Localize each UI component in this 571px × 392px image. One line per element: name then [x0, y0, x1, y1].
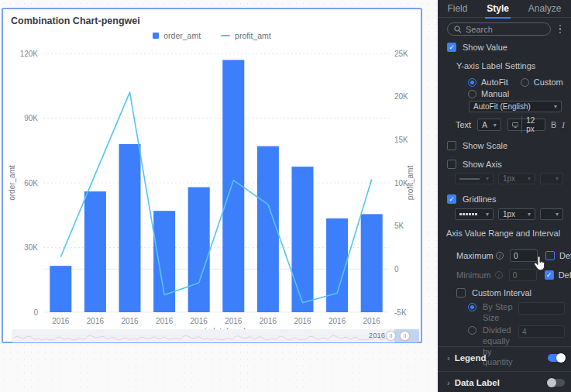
grid-width-dropdown[interactable]: 1px ▾ [498, 208, 535, 220]
svg-text:20K: 20K [394, 92, 408, 101]
svg-text:2016: 2016 [156, 317, 174, 325]
data-label-section-label[interactable]: Data Label [455, 378, 500, 387]
svg-text:2016: 2016 [87, 317, 105, 325]
tab-field[interactable]: Field [445, 1, 469, 16]
by-step-radio[interactable] [468, 303, 476, 311]
legend-label: order_amt [163, 31, 201, 40]
svg-text:25K: 25K [394, 50, 408, 58]
bold-button[interactable]: B [551, 120, 556, 129]
svg-text:0: 0 [394, 265, 399, 273]
gridlines-checkbox[interactable]: ✓ [447, 194, 456, 204]
chart-legend[interactable]: order_amtprofit_amt [3, 31, 421, 40]
search-icon [454, 26, 462, 33]
text-label: Text [456, 120, 471, 129]
axis-color-dropdown: ▾ [540, 173, 563, 184]
combination-chart[interactable]: 030K60K90K120K-5K05K10K15K20K25K20162016… [7, 40, 419, 338]
legend-section-label[interactable]: Legend [455, 353, 487, 363]
chart-title: Combination Chart-pengwei [11, 15, 140, 26]
datazoom-handle-left[interactable] [386, 331, 396, 341]
autofit-radio[interactable] [468, 78, 476, 87]
svg-text:90K: 90K [24, 114, 38, 122]
svg-text:2016: 2016 [328, 317, 346, 325]
chevron-down-icon: ▾ [556, 175, 559, 182]
divided-equally-radio[interactable] [468, 326, 476, 335]
legend-toggle[interactable] [548, 354, 565, 362]
manual-radio[interactable] [468, 90, 476, 98]
by-step-label: By Step Size [483, 302, 517, 324]
minimum-default-checkbox[interactable]: ✓ [545, 270, 554, 280]
maximum-label: Maximum [456, 251, 492, 260]
custom-radio[interactable] [521, 78, 529, 87]
step-size-input [518, 302, 565, 315]
grid-linestyle-dropdown[interactable]: ▾ [455, 208, 494, 220]
range-section-title: Axis Value Range and Interval [446, 229, 560, 238]
svg-text:2016: 2016 [191, 317, 208, 325]
show-axis-checkbox[interactable] [447, 160, 456, 169]
tab-style[interactable]: Style [485, 1, 511, 16]
svg-text:30K: 30K [24, 243, 38, 252]
tab-analyze[interactable]: Analyze [527, 1, 563, 16]
dotted-line-icon [459, 213, 477, 215]
mouse-cursor [533, 256, 546, 271]
search-input[interactable]: Search [447, 22, 551, 36]
yaxis-settings-title: Y-axis Label Settings [456, 61, 535, 70]
font-color-dropdown[interactable]: A ▾ [477, 119, 501, 131]
info-icon: i [496, 252, 504, 260]
svg-text:2016: 2016 [363, 317, 381, 325]
grid-color-dropdown[interactable]: ▾ [540, 208, 563, 220]
autofit-label: AutoFit [481, 77, 508, 87]
chevron-down-icon: ▾ [486, 175, 489, 182]
datazoom-waveform [12, 329, 419, 342]
autofit-language-value: AutoFit (English) [473, 102, 531, 111]
maximum-default-checkbox[interactable] [545, 251, 555, 260]
show-scale-label: Show Scale [463, 141, 507, 150]
custom-label: Custom [534, 77, 563, 87]
svg-text:5K: 5K [394, 222, 404, 230]
italic-button[interactable]: I [562, 120, 565, 129]
show-axis-label: Show Axis [463, 160, 502, 169]
svg-text:2016: 2016 [225, 317, 243, 325]
show-value-checkbox[interactable]: ✓ [447, 43, 456, 52]
maximum-default-label: Default [559, 251, 571, 260]
svg-text:profit_amt: profit_amt [406, 166, 414, 201]
legend-label: profit_amt [235, 31, 271, 40]
svg-text:2016: 2016 [121, 317, 139, 325]
axis-linestyle-dropdown: ▾ [455, 173, 494, 184]
chart-card[interactable]: Combination Chart-pengwei order_amtprofi… [2, 8, 422, 343]
datazoom-strip[interactable]: 2016 [12, 329, 419, 342]
axis-width-value: 1px [503, 174, 515, 183]
custom-interval-checkbox[interactable] [456, 288, 466, 297]
show-scale-checkbox[interactable] [447, 141, 456, 150]
chevron-down-icon: ▾ [528, 175, 531, 182]
chevron-down-icon: ▾ [486, 211, 489, 218]
autofit-language-dropdown[interactable]: AutoFit (English) ▾ [469, 101, 562, 112]
grid-width-value: 1px [503, 210, 515, 218]
chevron-down-icon: ▾ [556, 211, 559, 218]
info-icon: i [495, 271, 503, 279]
datazoom-label: 2016 [369, 331, 385, 339]
solid-line-icon [459, 178, 480, 180]
svg-text:0: 0 [33, 308, 38, 317]
datazoom-handle-right[interactable] [400, 331, 410, 341]
legend-item-profit_amt[interactable]: profit_amt [221, 31, 271, 40]
legend-square-icon [153, 33, 159, 39]
divided-quantity-input [518, 325, 565, 338]
legend-item-order_amt[interactable]: order_amt [153, 31, 201, 40]
custom-interval-label: Custom Interval [472, 288, 531, 297]
legend-line-icon [221, 35, 230, 36]
svg-text:-5K: -5K [394, 308, 407, 317]
data-label-toggle[interactable] [548, 379, 565, 387]
gridlines-label: Gridlines [463, 194, 496, 204]
axis-width-dropdown: 1px ▾ [498, 173, 535, 184]
dashboard-canvas: Combination Chart-pengwei order_amtprofi… [0, 0, 438, 392]
chart-svg: 030K60K90K120K-5K05K10K15K20K25K20162016… [7, 40, 419, 338]
chevron-down-icon: ▾ [528, 211, 531, 218]
svg-text:120K: 120K [20, 50, 39, 58]
kebab-menu-icon[interactable] [556, 25, 565, 34]
chevron-down-icon: ▾ [494, 122, 497, 129]
chevron-right-icon[interactable]: › [447, 353, 450, 363]
chevron-right-icon[interactable]: › [447, 378, 450, 387]
show-value-label: Show Value [463, 43, 507, 52]
font-size-control[interactable]: 12 px [507, 119, 545, 131]
svg-text:15K: 15K [394, 136, 408, 144]
